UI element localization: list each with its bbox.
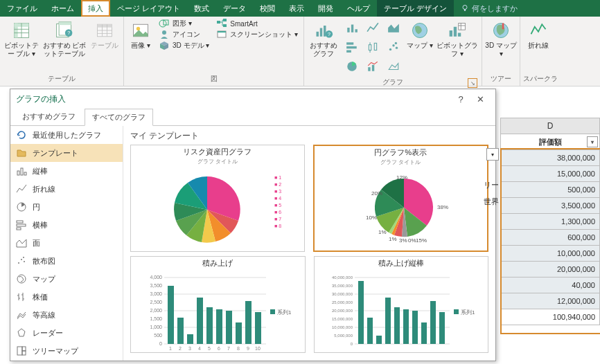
cat-pie[interactable]: 円 xyxy=(10,198,123,216)
svg-rect-28 xyxy=(218,31,226,33)
svg-rect-122 xyxy=(255,312,261,344)
cell[interactable]: 15,000,000 xyxy=(500,166,600,182)
3dmodel-icon xyxy=(159,40,170,51)
tab-data[interactable]: データ xyxy=(216,0,253,17)
tab-insert[interactable]: 挿入 xyxy=(81,0,110,17)
chart-line-button[interactable] xyxy=(362,18,383,37)
recommended-charts-button[interactable]: ? おすすめ グラフ xyxy=(307,18,340,57)
chart-pie-button[interactable] xyxy=(342,57,362,76)
svg-rect-154 xyxy=(403,309,409,344)
svg-text:0: 0 xyxy=(350,342,353,346)
svg-rect-65 xyxy=(17,224,26,226)
cat-templates[interactable]: テンプレート xyxy=(10,144,123,162)
svg-point-23 xyxy=(162,30,166,35)
partial-cell-text: 世界 xyxy=(484,197,499,207)
icons-button[interactable]: アイコン xyxy=(156,29,212,40)
dialog-help-button[interactable]: ? xyxy=(451,94,470,104)
chart-category-list: 最近使用したグラフ テンプレート 縦棒 折れ線 円 横棒 面 散布図 マップ 株… xyxy=(10,126,123,361)
template-pie-percent[interactable]: 円グラフ%表示 グラフ タイトル xyxy=(313,145,489,252)
cell[interactable]: 12,000,000 xyxy=(500,293,600,309)
chart-column-button[interactable] xyxy=(342,18,362,37)
svg-rect-55 xyxy=(459,24,466,30)
template-stacked[interactable]: 積み上げ 4,0003,5003,000 2,5002,0001,500 1,0… xyxy=(130,256,306,353)
cat-treemap[interactable]: ツリーマップ xyxy=(10,342,123,360)
chart-area-button[interactable] xyxy=(383,18,404,37)
cat-scatter[interactable]: 散布図 xyxy=(10,252,123,270)
tab-review[interactable]: 校閲 xyxy=(253,0,282,17)
table-button[interactable]: テーブル xyxy=(89,18,121,50)
cell[interactable]: 20,000,000 xyxy=(500,262,600,277)
tab-formulas[interactable]: 数式 xyxy=(187,0,216,17)
cat-stock[interactable]: 株価 xyxy=(10,288,123,306)
cell[interactable]: 38,000,000 xyxy=(500,150,600,166)
cell[interactable]: 600,000 xyxy=(500,230,600,246)
cat-recent[interactable]: 最近使用したグラフ xyxy=(10,126,123,144)
menu-tabs: ファイル ホーム 挿入 ページ レイアウト 数式 データ 校閲 表示 開発 ヘル… xyxy=(0,0,600,17)
svg-point-68 xyxy=(21,259,22,260)
svg-rect-116 xyxy=(197,298,203,344)
header-label: 評価額 xyxy=(539,137,562,147)
chart-surface-button[interactable] xyxy=(383,57,404,76)
cat-bar[interactable]: 横棒 xyxy=(10,216,123,234)
cat-column[interactable]: 縦棒 xyxy=(10,162,123,180)
cat-line[interactable]: 折れ線 xyxy=(10,180,123,198)
template-stacked-column[interactable]: 積み上げ縦棒 40,000,00035,000,00030,000,000 25… xyxy=(314,256,489,353)
column-header[interactable]: D xyxy=(500,118,600,134)
template-name: リスク資産円グラフ xyxy=(183,147,252,157)
3dmap-button[interactable]: 3D マップ ▾ xyxy=(485,18,517,57)
svg-rect-38 xyxy=(346,46,357,48)
pivotchart-button[interactable]: ピボットグラフ ▾ xyxy=(436,18,479,57)
ribbon: ピボットテー ブル ▾ ? おすすめ ピボットテーブル テーブル テーブル 画像… xyxy=(0,17,600,87)
shapes-button[interactable]: 図形 ▾ xyxy=(156,18,212,29)
chart-bar-button[interactable] xyxy=(342,37,362,57)
icons-label: アイコン xyxy=(173,30,200,39)
template-name: 円グラフ%表示 xyxy=(374,147,427,158)
cell[interactable]: 40,000 xyxy=(500,277,600,293)
pictures-icon xyxy=(131,21,150,40)
cell[interactable]: 10,000,000 xyxy=(500,246,600,262)
tab-dev[interactable]: 開発 xyxy=(311,0,340,17)
svg-text:10%: 10% xyxy=(366,215,377,221)
dialog-tab-recommended[interactable]: おすすめグラフ xyxy=(15,108,83,125)
header-cell[interactable]: 評価額 ▾ xyxy=(500,134,600,150)
chart-type-grid xyxy=(342,18,404,76)
tab-file[interactable]: ファイル xyxy=(0,0,44,17)
chart-stats-button[interactable] xyxy=(362,37,383,57)
filter-button-left[interactable]: ▾ xyxy=(486,148,499,161)
screenshot-button[interactable]: スクリーンショット ▾ xyxy=(213,29,301,40)
tab-pagelayout[interactable]: ページ レイアウト xyxy=(110,0,187,17)
sparkline-line-button[interactable]: 折れ線 xyxy=(523,18,554,50)
pictures-button[interactable]: 画像 ▾ xyxy=(127,18,155,50)
filter-button[interactable]: ▾ xyxy=(587,136,598,147)
smartart-button[interactable]: SmartArt xyxy=(213,18,301,29)
chart-scatter-button[interactable] xyxy=(383,37,404,57)
svg-rect-157 xyxy=(430,301,436,344)
group-tables-label: テーブル xyxy=(3,73,121,86)
cell[interactable]: 100,940,000 xyxy=(500,309,600,325)
cell[interactable]: 1,300,000 xyxy=(500,214,600,230)
chart-combo-button[interactable] xyxy=(362,57,383,76)
3dmodel-label: 3D モデル ▾ xyxy=(173,41,209,51)
cat-area[interactable]: 面 xyxy=(10,234,123,252)
tab-tabledesign[interactable]: テーブル デザイン xyxy=(377,0,454,17)
svg-text:30,000,000: 30,000,000 xyxy=(332,292,353,296)
template-risk-pie[interactable]: リスク資産円グラフ グラフ タイトル xyxy=(130,145,305,252)
svg-text:3: 3 xyxy=(188,346,191,351)
maps-button[interactable]: マップ ▾ xyxy=(405,18,434,50)
cell[interactable]: 3,500,000 xyxy=(500,198,600,214)
tell-me-label: 何をしますか xyxy=(472,3,518,14)
tab-view[interactable]: 表示 xyxy=(282,0,311,17)
dialog-tab-all[interactable]: すべてのグラフ xyxy=(85,109,153,126)
cat-radar[interactable]: レーダー xyxy=(10,324,123,342)
cat-map[interactable]: マップ xyxy=(10,270,123,288)
tell-me[interactable]: 何をしますか xyxy=(454,0,524,17)
cell[interactable]: 500,000 xyxy=(500,182,600,198)
pivot-table-button[interactable]: ピボットテー ブル ▾ xyxy=(3,18,40,57)
3dmodel-button[interactable]: 3D モデル ▾ xyxy=(156,40,212,51)
tab-help[interactable]: ヘルプ xyxy=(340,0,377,17)
dialog-close-button[interactable]: ✕ xyxy=(470,94,490,104)
charts-dialog-launcher[interactable]: ↘ xyxy=(468,78,477,88)
tab-home[interactable]: ホーム xyxy=(44,0,81,17)
cat-surface[interactable]: 等高線 xyxy=(10,306,123,324)
recommended-pivot-button[interactable]: ? おすすめ ピボットテーブル xyxy=(42,18,87,57)
